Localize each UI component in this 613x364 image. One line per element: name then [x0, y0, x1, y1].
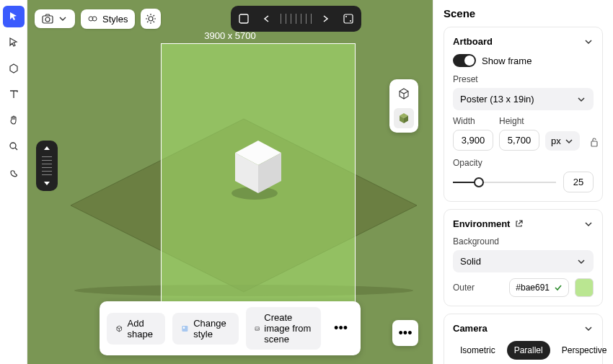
styles-label: Styles: [102, 14, 128, 25]
cube-object[interactable]: [229, 137, 287, 202]
shape-tool[interactable]: [3, 58, 25, 79]
view-wireframe[interactable]: [394, 84, 414, 104]
change-style-label: Change style: [193, 318, 230, 339]
opacity-input[interactable]: [563, 172, 594, 192]
svg-point-5: [149, 17, 153, 21]
external-link-icon[interactable]: [514, 219, 524, 228]
bottom-bar-more[interactable]: •••: [328, 318, 353, 339]
left-toolbar: [0, 0, 27, 364]
outer-hex-value: #bae691: [516, 283, 550, 293]
svg-rect-7: [344, 14, 353, 23]
zoom-tool[interactable]: [3, 136, 25, 157]
show-frame-toggle[interactable]: [453, 54, 476, 67]
panel-title: Scene: [444, 7, 603, 19]
svg-point-0: [10, 143, 16, 148]
text-tool[interactable]: [3, 84, 25, 105]
camera-tab-perspective[interactable]: Perspective: [555, 341, 613, 360]
collapse-icon[interactable]: [583, 37, 594, 47]
check-icon: [554, 283, 563, 292]
fit-button[interactable]: [234, 9, 254, 29]
vertical-slider[interactable]: [36, 141, 58, 191]
canvas-more-button[interactable]: •••: [392, 320, 418, 346]
view-solid[interactable]: [394, 108, 414, 128]
next-button[interactable]: [315, 9, 335, 29]
cube-icon: [115, 323, 123, 334]
width-input[interactable]: [453, 130, 493, 151]
unit-select[interactable]: px: [545, 131, 580, 151]
canvas[interactable]: Styles 3900 x 5700: [27, 0, 433, 364]
pan-tool[interactable]: [3, 110, 25, 131]
unit-label: px: [551, 136, 561, 146]
svg-rect-6: [239, 14, 248, 23]
camera-icon: [42, 14, 53, 24]
select-tool[interactable]: [3, 6, 25, 27]
background-label: Background: [453, 236, 594, 247]
height-label: Height: [499, 116, 539, 126]
right-panel: Scene Artboard Show frame Preset Poster …: [433, 0, 613, 364]
collapse-icon[interactable]: [583, 324, 594, 334]
outer-label: Outer: [453, 283, 503, 293]
preset-value: Poster (13 x 19in): [460, 94, 534, 105]
environment-heading: Environment: [453, 218, 510, 229]
sun-icon: [145, 13, 156, 25]
preset-label: Preset: [453, 74, 594, 84]
environment-section: Environment Background Solid Outer #bae6…: [444, 209, 603, 306]
artboard-heading: Artboard: [453, 36, 493, 47]
chevron-down-icon: [576, 94, 586, 105]
styles-icon: [88, 14, 98, 24]
top-controls: Styles: [35, 6, 425, 32]
camera-dropdown[interactable]: [35, 9, 75, 28]
svg-point-9: [350, 20, 351, 22]
sun-button[interactable]: [141, 9, 161, 29]
svg-point-8: [345, 16, 347, 17]
dice-button[interactable]: [338, 9, 358, 29]
camera-tab-parallel[interactable]: Parallel: [507, 341, 550, 360]
svg-point-20: [183, 327, 185, 329]
bottom-bar: Add shape Change style Create image from…: [100, 301, 361, 355]
arrow-down-icon: [43, 178, 51, 187]
direct-select-tool[interactable]: [3, 32, 25, 53]
width-label: Width: [453, 116, 493, 126]
styles-dropdown[interactable]: Styles: [81, 9, 135, 29]
opacity-label: Opacity: [453, 158, 594, 168]
arrow-up-icon: [43, 145, 51, 154]
blob-tool[interactable]: [3, 161, 25, 183]
create-image-label: Create image from scene: [264, 312, 312, 345]
svg-rect-22: [591, 141, 597, 146]
camera-heading: Camera: [453, 323, 488, 334]
background-select[interactable]: Solid: [453, 250, 594, 272]
outer-color-swatch[interactable]: [575, 278, 594, 297]
chevron-down-icon: [576, 257, 586, 267]
change-style-button[interactable]: Change style: [172, 313, 239, 345]
chevron-down-icon: [58, 14, 68, 24]
svg-rect-19: [182, 325, 188, 331]
outer-hex-input[interactable]: #bae691: [509, 278, 569, 297]
artboard-dimensions: 3900 x 5700: [204, 30, 256, 41]
chevron-down-icon: [564, 136, 574, 146]
svg-point-2: [45, 17, 50, 22]
lock-button[interactable]: [586, 133, 603, 151]
artboard-section: Artboard Show frame Preset Poster (13 x …: [444, 27, 603, 202]
style-thumb-icon: [181, 323, 189, 334]
prev-button[interactable]: [257, 9, 277, 29]
camera-section: Camera Isometric Parallel Perspective Di…: [444, 314, 603, 364]
background-value: Solid: [460, 256, 481, 267]
add-shape-label: Add shape: [128, 318, 157, 339]
view-widget: [389, 79, 418, 133]
height-input[interactable]: [499, 130, 539, 151]
opacity-slider[interactable]: [453, 175, 556, 190]
preset-select[interactable]: Poster (13 x 19in): [453, 88, 594, 110]
create-image-button[interactable]: Create image from scene: [246, 307, 321, 350]
collapse-icon[interactable]: [583, 219, 594, 229]
add-shape-button[interactable]: Add shape: [107, 313, 165, 345]
show-frame-label: Show frame: [482, 56, 532, 66]
unlock-icon: [588, 136, 600, 148]
image-icon: [255, 323, 260, 334]
camera-tab-isometric[interactable]: Isometric: [453, 341, 503, 360]
timeline-bar: [231, 6, 361, 32]
